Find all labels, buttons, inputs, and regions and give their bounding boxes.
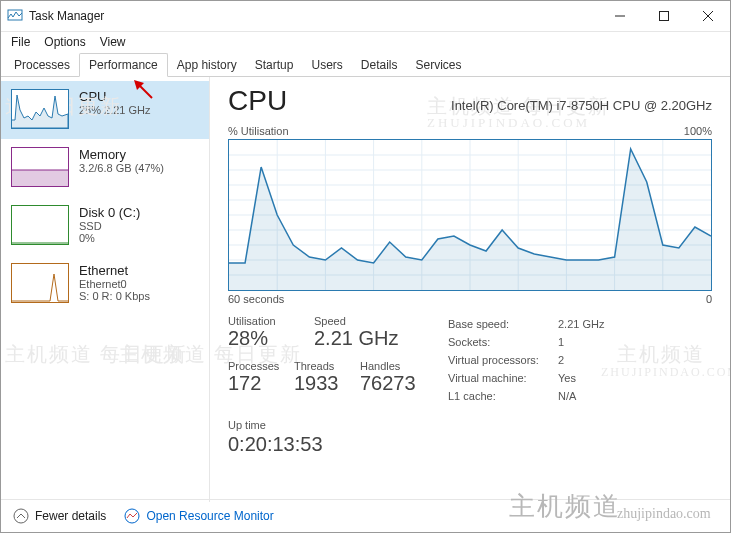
stat-label: Processes — [228, 360, 294, 372]
annotation-arrow-icon — [132, 78, 156, 102]
chart-x-right: 0 — [706, 293, 712, 305]
stat-label: Speed — [314, 315, 434, 327]
detail-key: Virtual machine: — [448, 369, 558, 387]
tab-app-history[interactable]: App history — [168, 54, 246, 76]
menu-options[interactable]: Options — [44, 35, 85, 49]
sidebar-item-label: Memory — [79, 147, 164, 162]
sidebar-item-ethernet[interactable]: Ethernet Ethernet0 S: 0 R: 0 Kbps — [1, 255, 209, 313]
sidebar-item-disk[interactable]: Disk 0 (C:) SSD 0% — [1, 197, 209, 255]
stat-handles: 76273 — [360, 372, 434, 395]
svg-point-29 — [14, 509, 28, 523]
menubar: File Options View — [1, 32, 730, 52]
minimize-button[interactable] — [598, 1, 642, 31]
stat-threads: 1933 — [294, 372, 360, 395]
chart-y-label: % Utilisation — [228, 125, 289, 137]
app-icon — [7, 7, 23, 26]
svg-rect-7 — [12, 170, 68, 186]
ethernet-thumb-chart — [11, 263, 69, 303]
fewer-details-button[interactable]: Fewer details — [13, 508, 106, 524]
tab-details[interactable]: Details — [352, 54, 407, 76]
detail-key: Base speed: — [448, 315, 558, 333]
detail-val: 2 — [558, 351, 618, 369]
chart-y-max: 100% — [684, 125, 712, 137]
tabbar: Processes Performance App history Startu… — [1, 52, 730, 77]
menu-file[interactable]: File — [11, 35, 30, 49]
sidebar-item-sub: SSD — [79, 220, 140, 232]
sidebar-item-cpu[interactable]: CPU 28% 2.21 GHz — [1, 81, 209, 139]
sidebar-item-sub2: S: 0 R: 0 Kbps — [79, 290, 150, 302]
detail-key: L1 cache: — [448, 387, 558, 405]
open-resource-monitor-link[interactable]: Open Resource Monitor — [124, 508, 273, 524]
stat-label: Threads — [294, 360, 360, 372]
tab-startup[interactable]: Startup — [246, 54, 303, 76]
footer: Fewer details Open Resource Monitor — [1, 499, 730, 532]
maximize-button[interactable] — [642, 1, 686, 31]
sidebar-item-sub: 3.2/6.8 GB (47%) — [79, 162, 164, 174]
tab-users[interactable]: Users — [302, 54, 351, 76]
cpu-utilisation-chart[interactable] — [228, 139, 712, 291]
cpu-thumb-chart — [11, 89, 69, 129]
cpu-model: Intel(R) Core(TM) i7-8750H CPU @ 2.20GHz — [451, 98, 712, 113]
stat-label: Handles — [360, 360, 434, 372]
window-title: Task Manager — [29, 9, 104, 23]
detail-val: N/A — [558, 387, 618, 405]
uptime-value: 0:20:13:53 — [228, 433, 712, 456]
sidebar-item-label: Disk 0 (C:) — [79, 205, 140, 220]
chart-x-left: 60 seconds — [228, 293, 284, 305]
uptime-label: Up time — [228, 419, 712, 431]
menu-view[interactable]: View — [100, 35, 126, 49]
detail-key: Sockets: — [448, 333, 558, 351]
sidebar: CPU 28% 2.21 GHz Memory 3.2/6.8 GB (47%) — [1, 77, 210, 502]
sidebar-item-sub2: 0% — [79, 232, 140, 244]
detail-val: 2.21 GHz — [558, 315, 618, 333]
tab-performance[interactable]: Performance — [79, 53, 168, 77]
task-manager-window: 主机频道 每日更新 ZHUJIPINDAO.COM 主机频道 每日更新 主机频道… — [0, 0, 731, 533]
detail-key: Virtual processors: — [448, 351, 558, 369]
detail-val: 1 — [558, 333, 618, 351]
page-title: CPU — [228, 85, 287, 117]
tab-processes[interactable]: Processes — [5, 54, 79, 76]
chevron-up-circle-icon — [13, 508, 29, 524]
stat-speed: 2.21 GHz — [314, 327, 434, 350]
memory-thumb-chart — [11, 147, 69, 187]
titlebar: Task Manager — [1, 1, 730, 32]
sidebar-item-sub: 28% 2.21 GHz — [79, 104, 151, 116]
detail-val: Yes — [558, 369, 618, 387]
close-button[interactable] — [686, 1, 730, 31]
main-panel: CPU Intel(R) Core(TM) i7-8750H CPU @ 2.2… — [210, 77, 730, 502]
sidebar-item-memory[interactable]: Memory 3.2/6.8 GB (47%) — [1, 139, 209, 197]
sidebar-item-label: Ethernet — [79, 263, 150, 278]
stat-processes: 172 — [228, 372, 294, 395]
tab-services[interactable]: Services — [407, 54, 471, 76]
content-area: CPU 28% 2.21 GHz Memory 3.2/6.8 GB (47%) — [1, 77, 730, 502]
stat-label: Utilisation — [228, 315, 314, 327]
svg-rect-2 — [660, 12, 669, 21]
sidebar-item-sub: Ethernet0 — [79, 278, 150, 290]
cpu-details: Base speed:2.21 GHz Sockets:1 Virtual pr… — [448, 315, 618, 405]
stat-utilisation: 28% — [228, 327, 314, 350]
resource-monitor-icon — [124, 508, 140, 524]
disk-thumb-chart — [11, 205, 69, 245]
